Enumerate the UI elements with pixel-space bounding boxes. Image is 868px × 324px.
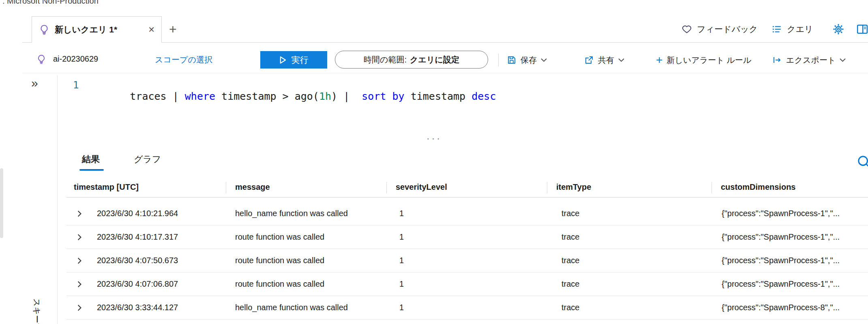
play-icon (279, 56, 287, 64)
column-header-customdimensions[interactable]: customDimensions (721, 182, 795, 192)
book-icon (856, 23, 868, 35)
column-separator[interactable] (712, 182, 712, 193)
export-button[interactable]: エクスポート (772, 47, 846, 73)
queries-button[interactable]: クエリ (772, 16, 813, 42)
expand-row-icon[interactable] (77, 234, 82, 241)
column-header-severitylevel[interactable]: severityLevel (396, 182, 447, 192)
feedback-label: フィードバック (697, 24, 758, 35)
cell-customdimensions: {"process":"SpawnProcess-1","... (722, 256, 840, 265)
time-range-value: クエリに設定 (410, 54, 459, 65)
expand-pane-icon[interactable]: » (31, 76, 38, 90)
cell-itemtype: trace (562, 232, 579, 242)
cell-severitylevel: 1 (399, 279, 404, 289)
expand-row-icon[interactable] (77, 304, 82, 311)
queries-label: クエリ (787, 24, 813, 35)
column-header-timestamp[interactable]: timestamp [UTC] (74, 182, 139, 192)
new-alert-rule-label: 新しいアラート ルール (667, 55, 751, 66)
table-row[interactable]: 2023/6/30 3:33:44.127 hello_name functio… (66, 296, 868, 320)
chevron-down-icon (840, 58, 846, 62)
save-button[interactable]: 保存 (507, 47, 547, 73)
cell-message: hello_name function was called (235, 303, 348, 312)
query-token: timestamp (405, 90, 472, 102)
expand-row-icon[interactable] (77, 281, 82, 288)
cell-timestamp: 2023/6/30 4:10:21.964 (97, 209, 178, 218)
query-token: ) | (331, 90, 362, 102)
table-row[interactable]: 2023/6/30 4:10:17.317 route function was… (66, 225, 868, 249)
expand-row-icon[interactable] (77, 257, 82, 264)
directory-label: : Microsoft Non-Production (2, 0, 99, 6)
table-row[interactable]: 2023/6/30 4:07:50.673 route function was… (66, 249, 868, 273)
run-label: 実行 (291, 54, 309, 66)
tab-results[interactable]: 結果 (82, 153, 100, 165)
settings-button[interactable] (832, 16, 844, 42)
left-scrollbar[interactable] (0, 168, 3, 238)
cell-severitylevel: 1 (399, 303, 404, 312)
column-separator[interactable] (226, 182, 226, 193)
schema-pane-collapsed: » スキーマ (22, 75, 58, 324)
save-icon (507, 55, 517, 65)
cell-customdimensions: {"process":"SpawnProcess-8","... (722, 303, 840, 312)
share-icon (584, 55, 594, 65)
cell-message: route function was called (235, 279, 324, 289)
query-token: timestamp > ago( (215, 90, 319, 102)
chevron-down-icon (618, 58, 624, 62)
chevron-down-icon (541, 58, 547, 62)
search-icon[interactable] (856, 154, 868, 170)
cell-severitylevel: 1 (399, 256, 404, 265)
lightbulb-icon (39, 24, 50, 35)
new-tab-button[interactable]: + (169, 16, 177, 42)
schema-pane-label[interactable]: スキーマ (31, 298, 42, 324)
tab-chart[interactable]: グラフ (134, 153, 161, 165)
line-number: 1 (73, 79, 79, 91)
save-label: 保存 (521, 55, 537, 66)
active-tab-underline (79, 169, 104, 171)
column-header-message[interactable]: message (235, 182, 270, 192)
feedback-button[interactable]: フィードバック (682, 16, 758, 42)
plus-icon: + (656, 54, 662, 66)
query-toolbar: ai-20230629 スコープの選択 実行 時間の範囲: クエリに設定 (22, 47, 868, 73)
query-token-literal: 1h (319, 90, 331, 102)
logs-query-screen: : Microsoft Non-Production 新しいクエリ 1* ✕ +… (0, 0, 868, 324)
cell-itemtype: trace (562, 209, 579, 218)
table-header: timestamp [UTC] message severityLevel it… (66, 178, 868, 197)
table-row[interactable]: 2023/6/30 4:07:06.807 route function was… (66, 273, 868, 296)
column-separator[interactable] (386, 182, 387, 193)
cell-message: route function was called (235, 256, 324, 265)
query-token-keyword: sort by (362, 90, 404, 102)
query-tab[interactable]: 新しいクエリ 1* ✕ (32, 16, 162, 43)
time-range-button[interactable]: 時間の範囲: クエリに設定 (335, 51, 488, 69)
pane-resize-handle[interactable]: ··· (0, 132, 868, 145)
cell-timestamp: 2023/6/30 4:10:17.317 (97, 232, 178, 242)
expand-row-icon[interactable] (77, 210, 82, 217)
export-icon (772, 55, 782, 65)
resource-name: ai-20230629 (53, 54, 98, 64)
toolbar-divider (498, 54, 499, 67)
column-separator[interactable] (547, 182, 547, 193)
query-tab-label: 新しいクエリ 1* (55, 24, 117, 35)
query-list-icon (772, 24, 782, 34)
query-text[interactable]: traces | where timestamp > ago(1h) | sor… (93, 79, 496, 114)
results-table: timestamp [UTC] message severityLevel it… (66, 178, 868, 320)
table-row[interactable]: 2023/6/30 4:10:21.964 hello_name functio… (66, 202, 868, 225)
cell-customdimensions: {"process":"SpawnProcess-1","... (722, 232, 840, 242)
column-header-itemtype[interactable]: itemType (556, 182, 591, 192)
export-label: エクスポート (786, 55, 836, 66)
select-scope-link[interactable]: スコープの選択 (155, 54, 212, 65)
cell-timestamp: 2023/6/30 4:07:50.673 (97, 256, 178, 265)
cell-itemtype: trace (562, 303, 579, 312)
run-button[interactable]: 実行 (260, 51, 327, 69)
query-editor[interactable]: 1 traces | where timestamp > ago(1h) | s… (58, 75, 868, 137)
query-tab-bar: 新しいクエリ 1* ✕ + フィードバック クエリ (22, 16, 868, 43)
cell-message: hello_name function was called (235, 209, 348, 218)
new-alert-rule-button[interactable]: + 新しいアラート ルール (656, 47, 751, 73)
cell-severitylevel: 1 (399, 209, 404, 218)
reference-pane-button[interactable] (856, 16, 868, 42)
query-token-keyword: where (185, 90, 215, 102)
cell-customdimensions: {"process":"SpawnProcess-1","... (722, 279, 840, 289)
cell-customdimensions: {"process":"SpawnProcess-1","... (722, 209, 840, 218)
share-button[interactable]: 共有 (584, 47, 624, 73)
cell-timestamp: 2023/6/30 3:33:44.127 (97, 303, 178, 312)
close-tab-icon[interactable]: ✕ (148, 25, 155, 34)
query-token-keyword: desc (472, 90, 496, 102)
lightbulb-icon (36, 54, 47, 64)
